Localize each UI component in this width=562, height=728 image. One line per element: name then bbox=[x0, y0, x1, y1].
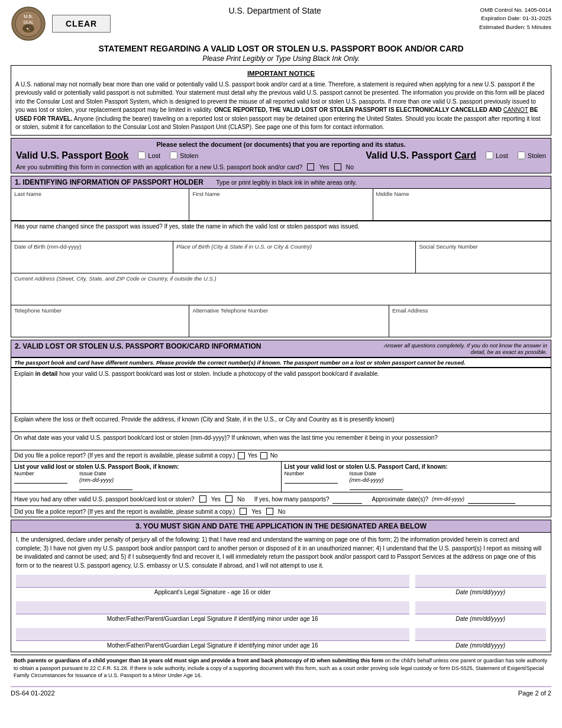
date3-label: Date (mm/dd/yyyy) bbox=[415, 642, 547, 649]
dob-row: Date of Birth (mm-dd-yyyy) Place of Birt… bbox=[11, 241, 551, 273]
card-stolen-checkbox[interactable] bbox=[518, 152, 525, 159]
other-q-label: Have you had any other valid U.S. passpo… bbox=[14, 496, 195, 502]
pob-label: Place of Birth (City & State if in U.S. … bbox=[176, 243, 412, 250]
address-label: Current Address (Street, City, State, an… bbox=[14, 275, 548, 282]
svg-text:U.S.: U.S. bbox=[24, 14, 33, 19]
book-cols: Number Issue Date (mm-dd-yyyy) bbox=[14, 470, 278, 490]
email-input[interactable] bbox=[392, 322, 548, 335]
section2-right-note: Answer all questions completely. If you … bbox=[370, 342, 547, 355]
card-lost-label: Lost bbox=[496, 152, 508, 159]
card-issue-col: Issue Date (mm-dd-yyyy) bbox=[350, 470, 403, 490]
book-stolen-group: Stolen bbox=[170, 152, 198, 159]
sig2-input[interactable] bbox=[16, 601, 409, 614]
sig3-line-group bbox=[16, 628, 409, 641]
date1-line-group bbox=[415, 575, 547, 588]
name-changed-row: Has your name changed since the passport… bbox=[11, 221, 551, 241]
explain-detail-row: Explain in detail how your valid U.S. pa… bbox=[11, 368, 551, 413]
police2-no-checkbox[interactable] bbox=[266, 508, 273, 515]
first-name-label: First Name bbox=[192, 191, 369, 197]
clear-button[interactable]: CLEAR bbox=[52, 15, 111, 33]
police-no-checkbox[interactable] bbox=[260, 452, 267, 459]
phone-input[interactable] bbox=[14, 322, 186, 335]
explain-detail-input[interactable] bbox=[14, 377, 548, 410]
where-lost-input[interactable] bbox=[14, 423, 548, 429]
last-name-input[interactable] bbox=[14, 205, 186, 218]
notice-bold-travel: ONCE REPORTED, THE VALID LOST OR STOLEN … bbox=[214, 107, 502, 113]
page-number: Page 2 of 2 bbox=[518, 690, 551, 697]
other-no-label: No bbox=[237, 496, 245, 502]
sig3-input[interactable] bbox=[16, 628, 409, 641]
card-number-label: Number bbox=[285, 470, 338, 476]
card-number-input[interactable] bbox=[285, 476, 338, 484]
card-stolen-label: Stolen bbox=[528, 152, 546, 159]
card-lost-checkbox[interactable] bbox=[486, 152, 493, 159]
book-issue-col: Issue Date (mm-dd-yyyy) bbox=[79, 470, 133, 490]
card-stolen-group: Stolen bbox=[518, 152, 546, 159]
sig2-line-group bbox=[16, 601, 409, 614]
book-stolen-checkbox[interactable] bbox=[170, 152, 177, 159]
alt-phone-cell: Alternative Telephone Number bbox=[189, 305, 389, 337]
book-number-input[interactable] bbox=[14, 476, 67, 484]
select-doc-row: Valid U.S. Passport Book Lost Stolen Val… bbox=[16, 150, 546, 161]
pob-input[interactable] bbox=[176, 258, 412, 271]
other-no-checkbox[interactable] bbox=[225, 495, 232, 502]
police2-yes-checkbox[interactable] bbox=[240, 508, 247, 515]
sig1-input-row bbox=[16, 575, 546, 588]
book-issue-input[interactable] bbox=[79, 483, 133, 490]
us-seal-icon: U.S. SEAL 🦅 bbox=[11, 6, 46, 41]
middle-name-input[interactable] bbox=[376, 205, 548, 218]
address-input[interactable] bbox=[14, 290, 548, 303]
dob-cell: Date of Birth (mm-dd-yyyy) bbox=[11, 241, 173, 273]
book-lost-checkbox[interactable] bbox=[138, 152, 146, 159]
date3-line-group bbox=[415, 628, 547, 641]
submitting-no-checkbox[interactable] bbox=[334, 163, 341, 170]
burden-estimate: Estimated Burden: 5 Minutes bbox=[439, 23, 551, 31]
footer: DS-64 01-2022 Page 2 of 2 bbox=[11, 686, 551, 697]
sig1-label: Applicant's Legal Signature - age 16 or … bbox=[16, 589, 409, 595]
card-numbers-col: List your valid lost or stolen U.S. Pass… bbox=[282, 462, 551, 492]
first-name-input[interactable] bbox=[192, 205, 369, 218]
submitting-yes-checkbox[interactable] bbox=[307, 163, 314, 170]
document-subtitle: Please Print Legibly or Type Using Black… bbox=[11, 54, 551, 63]
dob-label: Date of Birth (mm-dd-yyyy) bbox=[14, 243, 170, 250]
card-issue-input[interactable] bbox=[350, 483, 403, 490]
date2-input[interactable] bbox=[415, 601, 547, 614]
section2-form: The passport book and card have differen… bbox=[11, 357, 551, 517]
date1-label: Date (mm/dd/yyyy) bbox=[415, 589, 547, 595]
other-yes-checkbox[interactable] bbox=[199, 495, 206, 502]
submitting-row: Are you submitting this form in connecti… bbox=[16, 163, 546, 170]
header-left: U.S. SEAL 🦅 CLEAR bbox=[11, 6, 111, 41]
book-stolen-label: Stolen bbox=[180, 152, 198, 159]
how-many-input[interactable] bbox=[332, 494, 362, 504]
approx-dates-label: Approximate date(s)? bbox=[372, 496, 428, 502]
both-parents-note: Both parents or guardians of a child you… bbox=[11, 655, 551, 681]
card-number-col: Number bbox=[285, 470, 338, 490]
dob-input[interactable] bbox=[14, 258, 170, 271]
sig2-input-row bbox=[16, 601, 546, 614]
date-lost-label: On what date was your valid U.S. passpor… bbox=[14, 434, 438, 441]
signature-rows: Applicant's Legal Signature - age 16 or … bbox=[16, 575, 546, 649]
date1-input[interactable] bbox=[415, 575, 547, 588]
date3-input[interactable] bbox=[415, 628, 547, 641]
number-note: The passport book and card have differen… bbox=[11, 357, 551, 368]
approx-dates-input[interactable] bbox=[468, 494, 515, 504]
sig2-label: Mother/Father/Parent/Guardian Legal Sign… bbox=[16, 616, 409, 622]
omb-number: OMB Control No. 1405-0014 bbox=[439, 6, 551, 14]
date-lost-input[interactable] bbox=[14, 441, 548, 447]
ssn-input[interactable] bbox=[419, 258, 548, 271]
sig1-input[interactable] bbox=[16, 575, 409, 588]
police-row: Did you file a police report? (If yes an… bbox=[11, 450, 551, 461]
other-passport-row: Have you had any other valid U.S. passpo… bbox=[11, 492, 551, 505]
important-notice: IMPORTANT NOTICE A U.S. national may not… bbox=[11, 65, 551, 136]
middle-name-cell: Middle Name bbox=[373, 189, 551, 221]
email-label: Email Address bbox=[392, 307, 548, 314]
svg-text:SEAL: SEAL bbox=[23, 20, 34, 24]
form-number: DS-64 01-2022 bbox=[11, 690, 55, 697]
pob-cell: Place of Birth (City & State if in U.S. … bbox=[173, 241, 416, 273]
police-yes-checkbox[interactable] bbox=[238, 452, 245, 459]
sig1-group: Applicant's Legal Signature - age 16 or … bbox=[16, 575, 546, 595]
submitting-yes-label: Yes bbox=[319, 163, 329, 170]
notice-heading: IMPORTANT NOTICE bbox=[15, 69, 547, 79]
police2-no-label: No bbox=[278, 508, 286, 515]
alt-phone-input[interactable] bbox=[192, 322, 385, 335]
